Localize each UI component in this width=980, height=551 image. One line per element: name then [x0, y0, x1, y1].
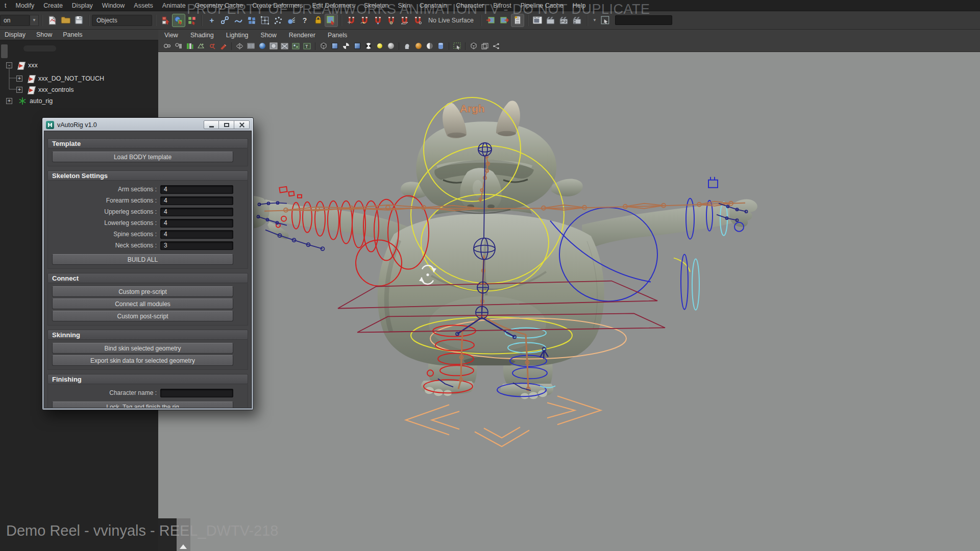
expand-icon[interactable]: +	[6, 98, 12, 104]
motion-blur-icon[interactable]	[425, 42, 434, 51]
section-header-finishing[interactable]: Finishing	[47, 374, 248, 384]
panel-menu-shading[interactable]: Shading	[190, 32, 214, 39]
menu-item-animate[interactable]: Animate	[158, 2, 190, 9]
panel-toolbar-separator	[397, 42, 401, 50]
bookmarks-icon[interactable]	[185, 42, 194, 51]
vautorig-window: vAutoRig v1.0 Template Load BODY templat…	[42, 117, 254, 410]
lock-tag-finish-button[interactable]: Lock, Tag and finish the rig	[52, 402, 233, 408]
menu-item-display[interactable]: Display	[67, 2, 97, 9]
expand-icon[interactable]: +	[16, 87, 22, 93]
isolate-select-icon[interactable]	[452, 42, 462, 51]
outliner-scrollbar[interactable]	[1, 44, 8, 58]
all-lights-icon[interactable]	[330, 42, 339, 51]
menu-set-selector[interactable]: on	[0, 15, 30, 26]
shadows-icon[interactable]	[341, 42, 351, 51]
occlusion-ball-icon[interactable]	[413, 42, 423, 51]
character-name-input[interactable]	[160, 389, 233, 397]
neck-sections-label: Neck sections :	[52, 242, 160, 249]
maximize-button[interactable]	[219, 120, 234, 129]
wireframe-on-shaded-icon[interactable]	[268, 42, 278, 51]
selection-mask-dropdown[interactable]: Objects	[92, 15, 152, 26]
menu-item-edit-clipped[interactable]: t	[0, 2, 11, 9]
load-body-template-button[interactable]: Load BODY template	[52, 152, 233, 162]
chevron-down-icon[interactable]: ▼	[30, 15, 39, 26]
2d-pan-zoom-icon[interactable]	[207, 42, 217, 51]
connect-all-modules-button[interactable]: Connect all modules	[52, 298, 233, 309]
default-light-ball-icon[interactable]	[375, 42, 384, 51]
outliner-menu-panels[interactable]: Panels	[63, 31, 82, 38]
bind-skin-button[interactable]: Bind skin selected geometry	[52, 343, 233, 354]
lowerleg-sections-input[interactable]: 4	[160, 219, 233, 228]
multisampling-icon[interactable]	[436, 42, 446, 51]
camera-attributes-icon[interactable]	[174, 42, 183, 51]
outliner-menu-show[interactable]: Show	[36, 31, 52, 38]
share-nodes-icon[interactable]	[491, 42, 501, 51]
forearm-sections-input[interactable]: 4	[160, 196, 233, 205]
minimize-button[interactable]	[204, 120, 219, 129]
list-item[interactable]: - xxx	[6, 61, 38, 70]
finishing-section: Character name : Lock, Tag and finish th…	[47, 384, 248, 408]
asterisk-node-icon	[18, 97, 27, 105]
scene-cube-icon[interactable]	[469, 42, 478, 51]
template-section: Load BODY template	[47, 148, 248, 166]
section-header-skinning[interactable]: Skinning	[47, 330, 248, 340]
panel-menu-lighting[interactable]: Lighting	[226, 32, 249, 39]
character-name-label[interactable]: Argh	[460, 103, 485, 114]
spine-sections-input[interactable]: 4	[160, 230, 233, 239]
overlapping-panels-icon[interactable]	[480, 42, 489, 51]
textured-icon[interactable]: T	[302, 42, 312, 51]
panel-menu-show[interactable]: Show	[261, 32, 277, 39]
expand-icon[interactable]: +	[16, 76, 22, 82]
new-scene-icon[interactable]	[45, 14, 59, 27]
neck-sections-input[interactable]: 3	[160, 241, 233, 250]
upperleg-sections-input[interactable]: 4	[160, 208, 233, 216]
hierarchy-mode-button[interactable]	[159, 14, 172, 27]
dialog-title-bar[interactable]: vAutoRig v1.0	[44, 119, 252, 131]
menu-set-value: on	[4, 17, 10, 24]
menu-item-modify[interactable]: Modify	[11, 2, 39, 9]
film-gate-icon[interactable]	[246, 42, 256, 51]
use-default-lighting-icon[interactable]	[318, 42, 328, 51]
list-item[interactable]: + xxx_controls	[16, 85, 74, 94]
outliner-menu-display[interactable]: Display	[5, 31, 26, 38]
section-header-skeleton-settings[interactable]: Skeleton Settings	[47, 170, 248, 181]
custom-post-script-button[interactable]: Custom post-script	[52, 311, 233, 321]
grid-icon[interactable]	[235, 42, 244, 51]
save-scene-icon[interactable]	[72, 14, 85, 27]
maya-application-window: t Modify Create Display Window Assets An…	[0, 0, 980, 551]
panel-menu-panels[interactable]: Panels	[328, 32, 347, 39]
upperleg-sections-label: Upperleg sections :	[52, 208, 160, 215]
checker-ball-icon[interactable]	[363, 42, 373, 51]
character-name-label: Character name :	[52, 389, 160, 396]
panel-menu-renderer[interactable]: Renderer	[289, 32, 315, 39]
grease-pencil-icon[interactable]	[218, 42, 228, 51]
xray-icon[interactable]	[280, 42, 289, 51]
image-plane-icon[interactable]	[196, 42, 206, 51]
ogre-character[interactable]	[237, 101, 757, 399]
collapse-icon[interactable]: -	[6, 62, 12, 68]
menu-item-assets[interactable]: Assets	[129, 2, 158, 9]
panel-menu-view[interactable]: View	[164, 32, 178, 39]
section-header-template[interactable]: Template	[47, 138, 248, 148]
default-material-icon[interactable]	[291, 42, 301, 51]
expand-triangle-icon[interactable]	[180, 544, 187, 549]
menu-item-window[interactable]: Window	[97, 2, 129, 9]
menu-item-create[interactable]: Create	[39, 2, 67, 9]
skinning-section: Bind skin selected geometry Export skin …	[47, 340, 248, 370]
object-mode-button[interactable]	[172, 14, 185, 27]
bounding-box-icon[interactable]	[352, 42, 362, 51]
select-camera-icon[interactable]	[162, 42, 172, 51]
smooth-shade-icon[interactable]	[257, 42, 267, 51]
close-button[interactable]	[234, 120, 250, 129]
export-skin-data-button[interactable]: Export skin data for selected geometry	[52, 355, 233, 366]
open-scene-icon[interactable]	[59, 14, 72, 27]
section-header-connect[interactable]: Connect	[47, 273, 248, 283]
viewport-canvas[interactable]: Argh	[158, 52, 980, 551]
list-item[interactable]: + xxx_DO_NOT_TOUCH	[16, 74, 104, 83]
custom-pre-script-button[interactable]: Custom pre-script	[52, 286, 233, 297]
list-item[interactable]: + auto_rig	[6, 96, 53, 106]
head-display-icon[interactable]	[402, 42, 412, 51]
no-lights-ball-icon[interactable]	[386, 42, 396, 51]
build-all-button[interactable]: BUILD ALL	[52, 254, 233, 265]
arm-sections-input[interactable]: 4	[160, 185, 233, 194]
